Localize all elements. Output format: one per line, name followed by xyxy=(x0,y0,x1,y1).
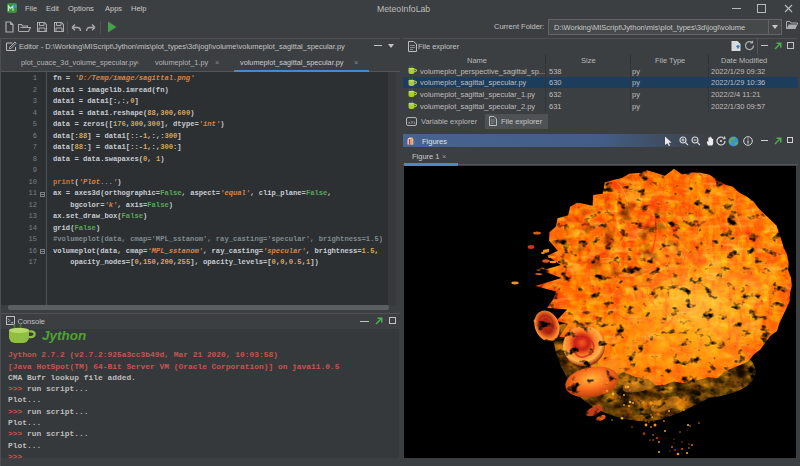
svg-text:Jython: Jython xyxy=(42,328,86,343)
